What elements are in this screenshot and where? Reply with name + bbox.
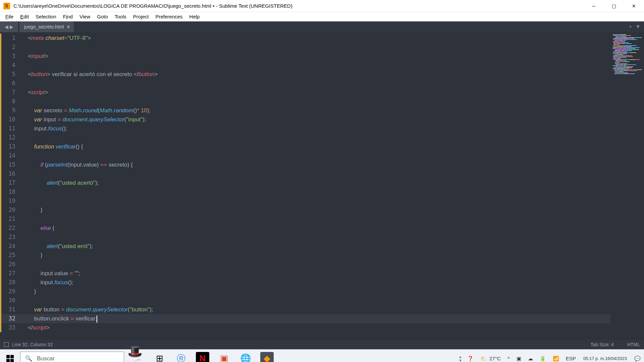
- menu-find[interactable]: Find: [60, 12, 76, 21]
- powerpoint-icon[interactable]: ▣: [213, 350, 235, 362]
- menu-goto[interactable]: Goto: [94, 12, 111, 21]
- line-number[interactable]: 30: [0, 296, 19, 305]
- code-line[interactable]: [19, 215, 610, 224]
- code-line[interactable]: </script>: [19, 323, 610, 332]
- wifi-icon[interactable]: 📶: [549, 350, 562, 362]
- code-line[interactable]: [19, 97, 610, 106]
- menu-view[interactable]: View: [76, 12, 94, 21]
- onedrive-icon[interactable]: ☁: [525, 350, 536, 362]
- code-line[interactable]: }: [19, 205, 610, 215]
- code-line[interactable]: [19, 43, 610, 52]
- code-line[interactable]: alert("usted erró");: [19, 242, 610, 251]
- code-line[interactable]: var input = document.querySelector("inpu…: [19, 115, 610, 124]
- line-number[interactable]: 20: [0, 205, 19, 215]
- line-number[interactable]: 24: [0, 242, 19, 251]
- line-number[interactable]: 33: [0, 323, 19, 332]
- minimize-button[interactable]: ─: [584, 0, 604, 12]
- line-number[interactable]: 9: [0, 106, 19, 115]
- code-line[interactable]: [19, 169, 610, 178]
- minimap[interactable]: [610, 32, 644, 340]
- code-line[interactable]: if (parseInt(input.value) == secreto) {: [19, 160, 610, 169]
- menu-help[interactable]: Help: [186, 12, 203, 21]
- code-line[interactable]: var secreto = Math.round(Math.random()* …: [19, 106, 610, 115]
- task-view-icon[interactable]: ⊞: [149, 350, 170, 362]
- line-number[interactable]: 1: [0, 34, 19, 43]
- code-line[interactable]: button.onclick = verificar;: [19, 314, 610, 323]
- code-line[interactable]: }: [19, 287, 610, 296]
- code-line[interactable]: else {: [19, 224, 610, 233]
- code-line[interactable]: <button> verificar si acertó con el secr…: [19, 70, 610, 79]
- code-line[interactable]: [19, 133, 610, 142]
- line-number[interactable]: 7: [0, 88, 19, 97]
- syntax-mode[interactable]: HTML: [627, 342, 640, 347]
- code-line[interactable]: [19, 260, 610, 269]
- code-line[interactable]: input.focus();: [19, 278, 610, 287]
- line-number[interactable]: 26: [0, 260, 19, 269]
- line-number[interactable]: 4: [0, 61, 19, 70]
- line-number[interactable]: 29: [0, 287, 19, 296]
- line-number[interactable]: 19: [0, 196, 19, 205]
- tab-dropdown-icon[interactable]: ▼: [635, 24, 641, 30]
- code-line[interactable]: }: [19, 251, 610, 260]
- code-line[interactable]: alert("usted acertó");: [19, 178, 610, 187]
- line-number[interactable]: 25: [0, 251, 19, 260]
- line-number[interactable]: 8: [0, 97, 19, 106]
- line-number[interactable]: 15: [0, 160, 19, 169]
- language-indicator[interactable]: ESP: [562, 350, 579, 362]
- notifications-icon[interactable]: 💬: [631, 350, 644, 362]
- line-number[interactable]: 2: [0, 43, 19, 52]
- scroll-arrows-icon[interactable]: ▲▼: [457, 355, 464, 362]
- ie-icon[interactable]: ⓔ: [170, 350, 192, 362]
- netflix-icon[interactable]: N: [196, 352, 209, 362]
- line-number[interactable]: 22: [0, 224, 19, 233]
- line-number[interactable]: 21: [0, 215, 19, 224]
- code-line[interactable]: var button = document.querySelector("but…: [19, 305, 610, 314]
- menu-project[interactable]: Project: [130, 12, 152, 21]
- help-icon[interactable]: ❓: [464, 350, 477, 362]
- panel-icon[interactable]: [4, 342, 9, 347]
- menu-preferences[interactable]: Preferences: [152, 12, 186, 21]
- menu-file[interactable]: File: [2, 12, 17, 21]
- line-number[interactable]: 3: [0, 52, 19, 61]
- search-box[interactable]: 🔍 Buscar: [20, 352, 124, 362]
- code-line[interactable]: function verificar() {: [19, 142, 610, 151]
- line-number[interactable]: 23: [0, 233, 19, 242]
- line-number[interactable]: 13: [0, 142, 19, 151]
- clock[interactable]: 05:17 p. m. 16/04/2023: [579, 350, 631, 362]
- line-number[interactable]: 11: [0, 124, 19, 133]
- line-number[interactable]: 32: [0, 314, 19, 323]
- menu-edit[interactable]: Edit: [17, 12, 32, 21]
- tab-file[interactable]: juego_secreto.html: [19, 21, 74, 32]
- line-number[interactable]: 5: [0, 70, 19, 79]
- line-number[interactable]: 18: [0, 187, 19, 196]
- code-line[interactable]: [19, 151, 610, 160]
- line-number[interactable]: 10: [0, 115, 19, 124]
- gutter[interactable]: 1234567891011121314151617181920212223242…: [0, 32, 19, 340]
- app-hat-icon[interactable]: 🎩🪃: [127, 350, 149, 362]
- nav-arrows[interactable]: ◀ ▶: [0, 21, 18, 32]
- new-tab-icon[interactable]: +: [629, 24, 632, 30]
- line-number[interactable]: 17: [0, 178, 19, 187]
- code-line[interactable]: [19, 187, 610, 196]
- line-number[interactable]: 6: [0, 79, 19, 88]
- battery-icon[interactable]: 🔋: [536, 350, 549, 362]
- code-line[interactable]: <script>: [19, 88, 610, 97]
- code-line[interactable]: input.focus();: [19, 124, 610, 133]
- cursor-position[interactable]: Line 32, Column 32: [12, 342, 53, 347]
- line-number[interactable]: 16: [0, 169, 19, 178]
- start-button[interactable]: [0, 350, 20, 362]
- close-button[interactable]: ✕: [624, 0, 644, 12]
- code-line[interactable]: <meta charset="UTF-8">: [19, 34, 610, 43]
- code-line[interactable]: <input/>: [19, 52, 610, 61]
- tray-expand-icon[interactable]: ^: [504, 350, 513, 362]
- line-number[interactable]: 12: [0, 133, 19, 142]
- chrome-icon[interactable]: 🌐: [235, 350, 256, 362]
- tab-size[interactable]: Tab Size: 4: [591, 342, 614, 347]
- code-line[interactable]: [19, 196, 610, 205]
- code-line[interactable]: [19, 296, 610, 305]
- line-number[interactable]: 14: [0, 151, 19, 160]
- menu-selection[interactable]: Selection: [32, 12, 60, 21]
- line-number[interactable]: 31: [0, 305, 19, 314]
- sublime-taskbar-icon[interactable]: ◆: [260, 352, 274, 362]
- menu-tools[interactable]: Tools: [111, 12, 130, 21]
